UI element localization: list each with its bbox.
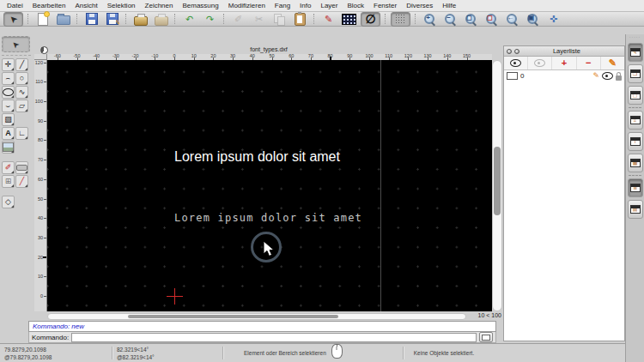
dock-library-browser-button[interactable]: ▢: [628, 86, 643, 105]
dock-clipboard-panel-button[interactable]: ▤: [628, 200, 643, 219]
arc-tool-button[interactable]: ⌢: [2, 72, 15, 85]
menubar: DateiBearbeitenAnsichtSelektionZeichnenB…: [0, 0, 644, 12]
ruler-label: -40: [89, 53, 103, 58]
box-3d-tool-button[interactable]: ◇: [2, 196, 15, 208]
selection-tool-icon: ➤: [7, 13, 19, 25]
zoom-previous-button[interactable]: ←: [503, 13, 521, 26]
zoom-auto-button[interactable]: ◻: [462, 13, 480, 26]
command-input[interactable]: [71, 333, 477, 342]
drawing-preferences-button: ✐: [229, 13, 247, 26]
line-tool-button[interactable]: ╱: [15, 58, 28, 71]
show-all-layers-button[interactable]: [504, 57, 528, 69]
menu-block[interactable]: Block: [347, 2, 364, 9]
remove-layer-button[interactable]: −: [577, 57, 601, 69]
point-tool-button[interactable]: ✛: [2, 58, 15, 71]
pan-button[interactable]: ✜: [544, 13, 562, 26]
paste-button[interactable]: [291, 13, 309, 26]
absolute-polar: 82.3219<14°: [117, 347, 218, 353]
redo-button[interactable]: ↷: [201, 13, 219, 26]
statistics-button[interactable]: [340, 13, 358, 26]
new-file-button[interactable]: [33, 13, 52, 26]
right-dock: ····· ✎❏▢≡T▦≣▤: [625, 34, 644, 362]
zoom-selection-overlay-icon: ◻: [486, 14, 495, 22]
toolbar-separator: [313, 14, 315, 24]
selection-pointer-button[interactable]: ➤: [2, 36, 30, 52]
add-layer-button[interactable]: +: [552, 57, 576, 69]
dock-image-panel-button[interactable]: ▦: [628, 154, 643, 172]
circle-tool-icon: ○: [20, 75, 24, 82]
dock-separator: [629, 175, 641, 176]
horizontal-scrollbar[interactable]: [47, 313, 466, 320]
image-tool-button[interactable]: [2, 141, 15, 154]
dock-property-editor-button[interactable]: ✎: [628, 43, 643, 62]
print-preview-button: [152, 13, 170, 26]
open-file-icon: [57, 15, 70, 25]
modify-tool-button[interactable]: ✐: [2, 161, 15, 174]
vertical-scrollbar[interactable]: [492, 60, 502, 311]
selection-tool-button[interactable]: ➤: [3, 12, 23, 27]
menu-fenster[interactable]: Fenster: [374, 2, 397, 9]
print-button[interactable]: [131, 13, 149, 26]
dock-block-list-button[interactable]: ❏: [628, 64, 643, 83]
ellipse-tool-button[interactable]: [2, 86, 15, 99]
menu-bearbeiten[interactable]: Bearbeiten: [33, 2, 66, 9]
zoom-in-button[interactable]: +: [421, 13, 439, 26]
menu-hilfe[interactable]: Hilfe: [442, 2, 456, 9]
dock-image-panel-glyph: ▦: [633, 160, 638, 166]
menu-layer[interactable]: Layer: [320, 2, 337, 9]
command-panel-button[interactable]: [479, 332, 493, 342]
menu-ansicht[interactable]: Ansicht: [75, 2, 97, 9]
grid-toggle-button[interactable]: [391, 12, 410, 27]
ruler-label: 50: [38, 196, 43, 202]
hatch-tool-button[interactable]: ▨: [2, 113, 15, 126]
panel-close-button[interactable]: [507, 49, 512, 54]
new-file-icon: [38, 13, 48, 26]
undo-button[interactable]: ↶: [180, 13, 198, 26]
zoom-selection-button[interactable]: ◻: [483, 13, 501, 26]
horizontal-scrollbar-thumb[interactable]: [128, 315, 338, 318]
circle-tool-button[interactable]: ○: [15, 72, 28, 85]
menu-bemassung[interactable]: Bemassung: [182, 2, 218, 9]
drawing-canvas[interactable]: Lorem ipsum dolor sit amet Lorem ipsum d…: [47, 60, 492, 311]
edit-properties-button[interactable]: ✎: [319, 13, 337, 26]
undo-icon: ↶: [185, 15, 193, 24]
ruler-label: 110: [382, 53, 396, 58]
menu-info[interactable]: Info: [300, 2, 311, 9]
menu-selektion[interactable]: Selektion: [107, 2, 136, 9]
open-file-button[interactable]: [54, 13, 72, 26]
menu-modifizieren[interactable]: Modifizieren: [228, 2, 265, 9]
divide-tool-button[interactable]: ╱: [15, 175, 28, 188]
save-as-button[interactable]: ✎: [103, 13, 121, 26]
v-ruler: 1201101009080706050403020100: [34, 60, 47, 311]
ruler-label: 130: [421, 53, 434, 58]
zoom-window-button[interactable]: ▣: [524, 13, 542, 26]
menu-diverses[interactable]: Diverses: [406, 2, 433, 9]
layer-lock-icon[interactable]: [616, 75, 622, 81]
snap-free-button[interactable]: ∅: [361, 12, 380, 27]
dock-layer-list-button[interactable]: ≡: [628, 111, 643, 130]
polyline-tool-button[interactable]: ⌣: [2, 100, 15, 112]
layer-row[interactable]: 0 ✎: [504, 70, 624, 81]
panel-detach-button[interactable]: [514, 49, 519, 54]
print-preview-icon: [155, 16, 168, 26]
absolute-coordinate: 79.8279,20.1098: [4, 347, 107, 353]
explode-tool-button[interactable]: ⊞: [2, 175, 15, 188]
dimension-tool-button[interactable]: ∟: [15, 127, 28, 140]
menu-zeichnen[interactable]: Zeichnen: [145, 2, 173, 9]
spline-tool-button[interactable]: ∿: [15, 86, 28, 99]
layer-visible-icon[interactable]: [602, 72, 613, 80]
dock-text-panel-button[interactable]: ≣: [628, 178, 643, 197]
trim-tool-button[interactable]: [15, 161, 28, 174]
dock-command-line-button[interactable]: T: [628, 132, 643, 151]
ruler-label: 0: [167, 53, 181, 58]
text-tool-button[interactable]: A: [2, 127, 15, 140]
hide-all-layers-button[interactable]: [528, 57, 552, 69]
menu-fang[interactable]: Fang: [275, 2, 290, 9]
layer-edit-icon[interactable]: ✎: [592, 72, 599, 80]
menu-datei[interactable]: Datei: [7, 2, 23, 9]
shape-tool-button[interactable]: ▱: [15, 100, 28, 112]
save-button[interactable]: [82, 13, 100, 26]
zoom-out-button[interactable]: −: [441, 13, 459, 26]
edit-layer-button[interactable]: ✎: [601, 57, 624, 69]
vertical-scrollbar-thumb[interactable]: [494, 147, 501, 215]
